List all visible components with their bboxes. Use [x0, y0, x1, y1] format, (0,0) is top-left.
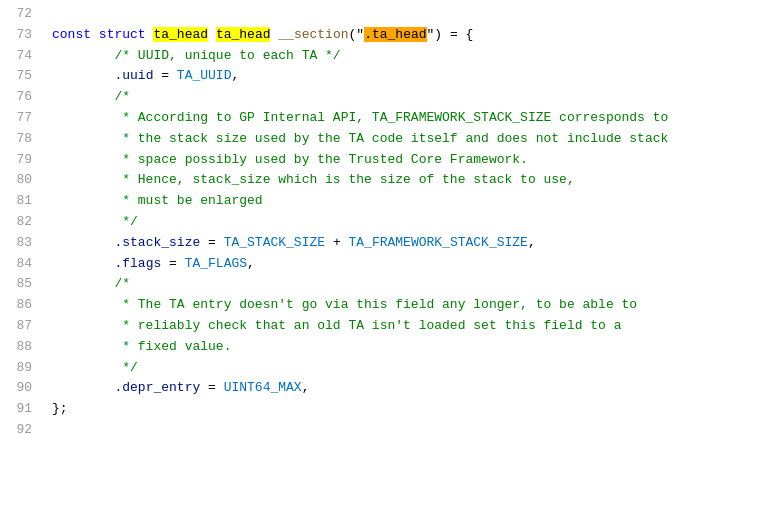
line-82: */: [52, 212, 775, 233]
line-79: * space possibly used by the Trusted Cor…: [52, 150, 775, 171]
code-body: const struct ta_head ta_head __section("…: [40, 0, 775, 519]
line-75: .uuid = TA_UUID,: [52, 66, 775, 87]
line-78: * the stack size used by the TA code its…: [52, 129, 775, 150]
line-numbers: 72 73 74 75 76 77 78 79 80 81 82 83 84 8…: [0, 0, 40, 519]
line-88: * fixed value.: [52, 337, 775, 358]
line-84: .flags = TA_FLAGS,: [52, 254, 775, 275]
line-num-87: 87: [8, 316, 32, 337]
line-num-73: 73: [8, 25, 32, 46]
line-num-88: 88: [8, 337, 32, 358]
line-77: * According to GP Internal API, TA_FRAME…: [52, 108, 775, 129]
code-editor: 72 73 74 75 76 77 78 79 80 81 82 83 84 8…: [0, 0, 775, 519]
line-89: */: [52, 358, 775, 379]
line-num-76: 76: [8, 87, 32, 108]
line-num-82: 82: [8, 212, 32, 233]
line-87: * reliably check that an old TA isn't lo…: [52, 316, 775, 337]
line-num-74: 74: [8, 46, 32, 67]
line-num-78: 78: [8, 129, 32, 150]
line-num-83: 83: [8, 233, 32, 254]
line-num-80: 80: [8, 170, 32, 191]
line-80: * Hence, stack_size which is the size of…: [52, 170, 775, 191]
line-83: .stack_size = TA_STACK_SIZE + TA_FRAMEWO…: [52, 233, 775, 254]
line-num-91: 91: [8, 399, 32, 420]
line-74: /* UUID, unique to each TA */: [52, 46, 775, 67]
line-num-79: 79: [8, 150, 32, 171]
line-92: [52, 420, 775, 441]
line-num-89: 89: [8, 358, 32, 379]
line-num-86: 86: [8, 295, 32, 316]
line-num-77: 77: [8, 108, 32, 129]
line-num-72: 72: [8, 4, 32, 25]
line-81: * must be enlarged: [52, 191, 775, 212]
line-72: [52, 4, 775, 25]
line-num-75: 75: [8, 66, 32, 87]
line-num-85: 85: [8, 274, 32, 295]
line-85: /*: [52, 274, 775, 295]
line-num-84: 84: [8, 254, 32, 275]
line-num-81: 81: [8, 191, 32, 212]
line-73: const struct ta_head ta_head __section("…: [52, 25, 775, 46]
line-num-90: 90: [8, 378, 32, 399]
line-76: /*: [52, 87, 775, 108]
line-90: .depr_entry = UINT64_MAX,: [52, 378, 775, 399]
line-91: };: [52, 399, 775, 420]
line-num-92: 92: [8, 420, 32, 441]
line-86: * The TA entry doesn't go via this field…: [52, 295, 775, 316]
